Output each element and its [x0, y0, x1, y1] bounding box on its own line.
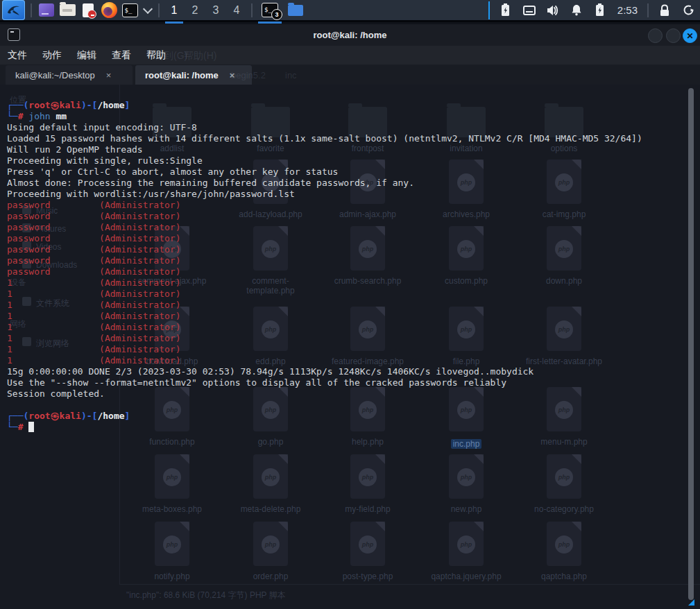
workspace-4[interactable]: 4	[226, 0, 247, 22]
keyboard-tray-item[interactable]	[518, 0, 541, 22]
panel-separator	[251, 3, 253, 17]
battery-tray-item[interactable]	[494, 0, 518, 22]
scrollbar-thumb[interactable]	[688, 88, 694, 600]
minimize-button[interactable]	[648, 28, 663, 43]
tab-close-icon[interactable]: ×	[219, 70, 244, 80]
terminal-text-run: Almost done: Processing the remaining bu…	[7, 178, 414, 188]
workspace-switcher: 1234	[164, 0, 247, 22]
terminal-text-run: john	[28, 111, 50, 121]
window-title: root@kali: /home	[0, 24, 700, 46]
terminal-text-run: Session completed.	[7, 388, 105, 399]
terminal-line: password (Administrator)	[7, 255, 642, 266]
terminal-text-run: ]	[125, 411, 130, 421]
terminal-line: password (Administrator)	[7, 222, 642, 233]
chevron-down-icon[interactable]	[143, 3, 153, 13]
menu-item-3[interactable]: 查看	[104, 49, 139, 62]
file-label: meta-boxes.php	[130, 504, 214, 514]
screen: $_ 1234 $_ 3	[0, 0, 700, 609]
tab-close-icon[interactable]: ×	[95, 70, 120, 80]
php-file-icon: php	[547, 522, 581, 566]
terminal-line: Press 'q' or Ctrl-C to abort, almost any…	[7, 166, 642, 178]
lock-screen-button[interactable]	[653, 0, 676, 22]
background-file: phpqaptcha.jquery.php	[425, 522, 508, 581]
maximize-button[interactable]	[666, 28, 681, 43]
terminal-text-run: └─	[7, 422, 18, 432]
terminal-text-run: 1 (Administrator)	[7, 355, 180, 366]
php-logo: php	[163, 535, 181, 554]
file-label: my-field.php	[326, 504, 409, 514]
php-file-icon: php	[350, 454, 385, 499]
workspace-3[interactable]: 3	[205, 0, 226, 22]
file-label: qaptcha.jquery.php	[425, 572, 508, 581]
terminal-text-run: password (Administrator)	[7, 200, 180, 210]
power-icon	[683, 4, 694, 16]
tab-inactive[interactable]: kali@kali:~/Desktop×	[6, 65, 133, 85]
terminal-line: 1 (Administrator)	[7, 355, 642, 366]
terminal-cursor	[28, 422, 34, 432]
notifications-tray-item[interactable]	[565, 0, 588, 22]
terminal-line: Proceeding with wordlist:/usr/share/john…	[7, 189, 642, 200]
terminal-text-run: mm	[56, 111, 67, 121]
firefox-launcher[interactable]	[99, 0, 119, 21]
terminal-text-run: Proceeding with single, rules:Single	[7, 155, 203, 166]
window-manager-launcher[interactable]	[36, 0, 57, 21]
close-button[interactable]: ✕	[683, 28, 697, 43]
terminal-text-run: password (Administrator)	[7, 211, 180, 221]
ghost-pathbar-item: inc	[285, 70, 297, 80]
tab-active[interactable]: root@kali: /home×	[135, 65, 252, 85]
firefox-icon	[101, 2, 117, 18]
terminal-line: password (Administrator)	[7, 244, 642, 255]
php-logo: php	[457, 535, 475, 554]
taskbar-terminal-task[interactable]: $_ 3	[257, 0, 283, 22]
file-manager-launcher[interactable]	[57, 0, 78, 21]
php-logo: php	[457, 468, 475, 486]
terminal-line: Will run 2 OpenMP threads	[7, 144, 642, 155]
file-label: order.php	[229, 572, 312, 581]
php-logo: php	[262, 535, 280, 554]
menu-item-1[interactable]: 动作	[35, 49, 69, 62]
terminal-line: 1 (Administrator)	[7, 311, 642, 322]
terminal-text-run: /home	[97, 411, 124, 421]
battery2-tray-item[interactable]	[588, 0, 612, 22]
terminal-text-run: 1 (Administrator)	[7, 311, 180, 321]
menu-item-4[interactable]: 帮助	[139, 49, 173, 62]
document-launcher[interactable]	[78, 0, 99, 21]
background-file: phpmy-field.php	[326, 454, 409, 514]
logout-button[interactable]	[676, 0, 700, 22]
terminal-text-run: 1 (Administrator)	[7, 289, 180, 299]
terminal-line: 1 (Administrator)	[7, 277, 642, 289]
terminal-text-run: )-[	[81, 411, 97, 421]
kali-menu-button[interactable]	[2, 0, 25, 20]
task-count-badge: 3	[271, 9, 282, 20]
scrollbar[interactable]	[688, 88, 694, 600]
menu-item-0[interactable]: 文件	[0, 49, 35, 62]
clock[interactable]: 2:53	[612, 4, 643, 16]
workspace-1[interactable]: 1	[164, 0, 185, 22]
battery-icon	[501, 3, 510, 17]
terminal-text-run: password (Administrator)	[7, 233, 180, 243]
terminal-text-run: 1 (Administrator)	[7, 322, 180, 332]
background-file: phpno-category.php	[522, 454, 606, 514]
taskbar-folder-task[interactable]	[283, 0, 308, 22]
terminal-line: ┌──(root㉿kali)-[/home]	[7, 411, 642, 422]
statusbar-text: "inc.php": 68.6 KiB (70,214 字节) PHP 脚本	[126, 590, 286, 601]
terminal-line: 15g 0:00:00:00 DONE 2/3 (2023-03-30 02:5…	[7, 366, 642, 377]
php-logo: php	[359, 468, 377, 486]
terminal-text-run: ┌──(	[7, 100, 28, 110]
tab-label: root@kali: /home	[135, 70, 219, 80]
volume-tray-item[interactable]	[541, 0, 565, 22]
terminal-text-run: ]	[125, 100, 130, 110]
terminal-text-run: password (Administrator)	[7, 244, 180, 255]
terminal-text-run: Use the "--show --format=netntlmv2" opti…	[7, 377, 506, 388]
file-label: help.php	[326, 437, 409, 447]
menu-item-2[interactable]: 编辑	[69, 49, 104, 62]
titlebar[interactable]: root@kali: /home ✕	[0, 24, 700, 46]
terminal-viewport[interactable]: 位置设备网络MusicPicturesVideosDownloads文件系统浏览…	[0, 85, 700, 609]
php-logo: php	[359, 535, 377, 554]
terminal-launcher[interactable]: $_	[119, 0, 140, 21]
background-file: phpqaptcha.php	[522, 522, 606, 581]
kali-dragon-icon	[6, 2, 22, 19]
resize-grip[interactable]	[688, 599, 694, 606]
file-manager-icon	[60, 4, 76, 16]
workspace-2[interactable]: 2	[185, 0, 205, 22]
